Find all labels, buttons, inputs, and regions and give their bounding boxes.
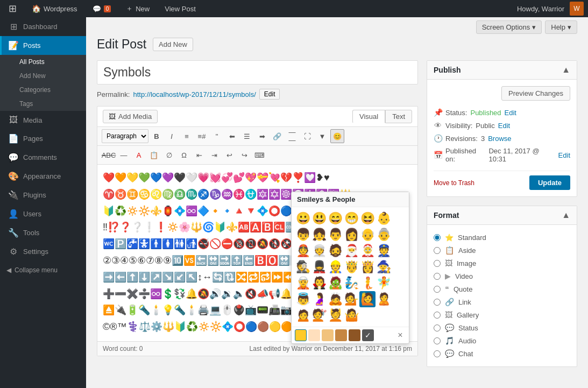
format-gallery[interactable]: 🖼 Gallery xyxy=(434,308,570,321)
emoji-item[interactable]: 🙍 xyxy=(295,307,311,323)
emoji-item[interactable]: 🧜 xyxy=(359,275,376,291)
emoji-item[interactable]: 😃 xyxy=(311,210,327,227)
submenu-categories[interactable]: Categories xyxy=(0,83,86,97)
format-panel-header[interactable]: Format ▲ xyxy=(427,206,577,225)
submenu-add-new[interactable]: Add New xyxy=(0,69,86,83)
format-gallery-radio[interactable] xyxy=(434,312,441,319)
update-button[interactable]: Update xyxy=(529,175,570,190)
redo-button[interactable]: ↪ xyxy=(237,148,251,162)
format-chat[interactable]: 💬 Chat xyxy=(434,347,570,360)
format-link[interactable]: 🔗 Link xyxy=(434,295,570,308)
outdent-button[interactable]: ⇤ xyxy=(192,148,206,162)
keyboard-shortcuts-button[interactable]: ⌨ xyxy=(252,148,266,162)
move-to-trash-link[interactable]: Move to Trash xyxy=(434,179,474,187)
format-aside-radio[interactable] xyxy=(434,247,441,254)
adminbar-view-post[interactable]: View Post xyxy=(160,0,200,17)
sidebar-item-plugins[interactable]: 🔌 Plugins xyxy=(0,186,86,204)
skin-confirm-button[interactable]: ✓ xyxy=(362,329,374,341)
emoji-item[interactable]: 👮 xyxy=(376,243,392,259)
emoji-item[interactable]: 🙇 xyxy=(327,291,343,307)
special-chars-button[interactable]: Ω xyxy=(177,148,191,162)
emoji-item[interactable]: 🧙 xyxy=(376,259,392,275)
toolbar-toggle-button[interactable]: ▼ xyxy=(315,129,329,143)
emoji-picker-close-button[interactable]: × xyxy=(395,330,406,341)
paragraph-select[interactable]: Paragraph xyxy=(102,129,148,143)
permalink-link[interactable]: http://localhost/wp-2017/12/11/symbols/ xyxy=(133,90,256,98)
skin-tone-3[interactable] xyxy=(322,329,334,341)
format-image-radio[interactable] xyxy=(434,260,441,267)
read-more-button[interactable]: — — xyxy=(285,129,299,143)
format-quote-radio[interactable] xyxy=(434,286,441,293)
permalink-edit-button[interactable]: Edit xyxy=(259,89,280,100)
add-media-button[interactable]: 🖼 Add Media xyxy=(103,110,158,123)
italic-button[interactable]: I xyxy=(165,129,179,143)
emoji-item[interactable]: 👸 xyxy=(359,259,376,275)
sidebar-item-media[interactable]: 🖼 Media xyxy=(0,111,86,129)
emoji-item[interactable]: 🧔 xyxy=(327,243,343,259)
collapse-menu-button[interactable]: ◀ Collapse menu xyxy=(0,261,86,279)
horizontal-rule-button[interactable]: — xyxy=(117,148,131,162)
align-left-button[interactable]: ⬅ xyxy=(225,129,239,143)
adminbar-avatar[interactable]: W xyxy=(570,2,584,16)
emoji-item[interactable]: 👶 xyxy=(376,210,392,227)
adminbar-site-name[interactable]: 🏠 Wordpress xyxy=(27,0,82,17)
fullscreen-button[interactable]: ⛶ xyxy=(300,129,314,143)
published-edit-link[interactable]: Edit xyxy=(558,151,570,159)
skin-tone-2[interactable] xyxy=(308,329,320,341)
emoji-item[interactable]: 👴 xyxy=(359,227,376,243)
emoji-item[interactable]: 😆 xyxy=(359,210,376,227)
align-center-button[interactable]: ☰ xyxy=(240,129,254,143)
format-status[interactable]: 💬 Status xyxy=(434,321,570,334)
emoji-item[interactable]: 😁 xyxy=(343,210,359,227)
format-status-radio[interactable] xyxy=(434,324,441,331)
emoji-item[interactable]: 😄 xyxy=(327,210,343,227)
ordered-list-button[interactable]: ≡# xyxy=(195,129,209,143)
sidebar-item-pages[interactable]: 📄 Pages xyxy=(0,129,86,148)
sidebar-item-users[interactable]: 👤 Users xyxy=(0,204,86,223)
emoji-item[interactable]: 💇 xyxy=(311,307,327,323)
sidebar-item-dashboard[interactable]: ⊞ Dashboard xyxy=(0,17,86,36)
emoji-item[interactable]: 👦 xyxy=(295,227,311,243)
emoji-item[interactable]: 🤴 xyxy=(343,259,359,275)
help-button[interactable]: Help ▾ xyxy=(545,20,577,34)
align-right-button[interactable]: ➡ xyxy=(255,129,269,143)
sidebar-item-tools[interactable]: 🔧 Tools xyxy=(0,223,86,242)
clear-formatting-button[interactable]: ∅ xyxy=(162,148,176,162)
emoji-item[interactable]: 🤶 xyxy=(359,243,376,259)
emoji-item[interactable]: 👷 xyxy=(327,259,343,275)
undo-button[interactable]: ↩ xyxy=(222,148,236,162)
submenu-all-posts[interactable]: All Posts xyxy=(0,55,86,69)
post-title-input[interactable] xyxy=(97,60,418,84)
emoji-item[interactable]: 🧞 xyxy=(343,275,359,291)
emoji-item[interactable]: 💆 xyxy=(327,307,343,323)
adminbar-wp-logo[interactable]: ⊞ xyxy=(4,0,21,17)
preview-changes-button[interactable]: Preview Changes xyxy=(501,86,570,101)
format-standard-radio[interactable] xyxy=(434,234,441,241)
emoji-item[interactable]: 👨 xyxy=(327,227,343,243)
format-audio[interactable]: 🎵 Audio xyxy=(434,334,570,347)
submenu-tags[interactable]: Tags xyxy=(0,97,86,111)
emoji-item[interactable]: 🧟 xyxy=(327,275,343,291)
skin-tone-5[interactable] xyxy=(349,329,360,341)
format-link-radio[interactable] xyxy=(434,299,441,306)
emoji-button[interactable]: 😊 xyxy=(330,129,344,143)
emoji-item[interactable]: 🎅 xyxy=(343,243,359,259)
format-quote[interactable]: ❝ Quote xyxy=(434,283,570,295)
emoji-item[interactable]: 🤰 xyxy=(311,291,327,307)
sidebar-item-posts[interactable]: 📝 Posts xyxy=(0,36,86,55)
sidebar-item-comments[interactable]: 💬 Comments xyxy=(0,148,86,167)
sidebar-item-settings[interactable]: ⚙ Settings xyxy=(0,242,86,261)
publish-panel-header[interactable]: Publish ▲ xyxy=(427,61,577,80)
unordered-list-button[interactable]: ≡ xyxy=(180,129,194,143)
indent-button[interactable]: ⇥ xyxy=(207,148,221,162)
add-new-post-button[interactable]: Add New xyxy=(153,38,193,51)
sidebar-item-appearance[interactable]: 🎨 Appearance xyxy=(0,167,86,186)
format-standard[interactable]: ⭐ Standard xyxy=(434,231,570,244)
skin-tone-4[interactable] xyxy=(335,329,347,341)
emoji-item[interactable]: 😀 xyxy=(295,210,311,227)
visibility-edit-link[interactable]: Edit xyxy=(498,122,510,130)
emoji-item[interactable]: 🙎 xyxy=(376,291,392,307)
status-edit-link[interactable]: Edit xyxy=(505,109,516,117)
emoji-item[interactable]: 👩 xyxy=(343,227,359,243)
emoji-item[interactable]: 🕵️ xyxy=(295,259,311,275)
